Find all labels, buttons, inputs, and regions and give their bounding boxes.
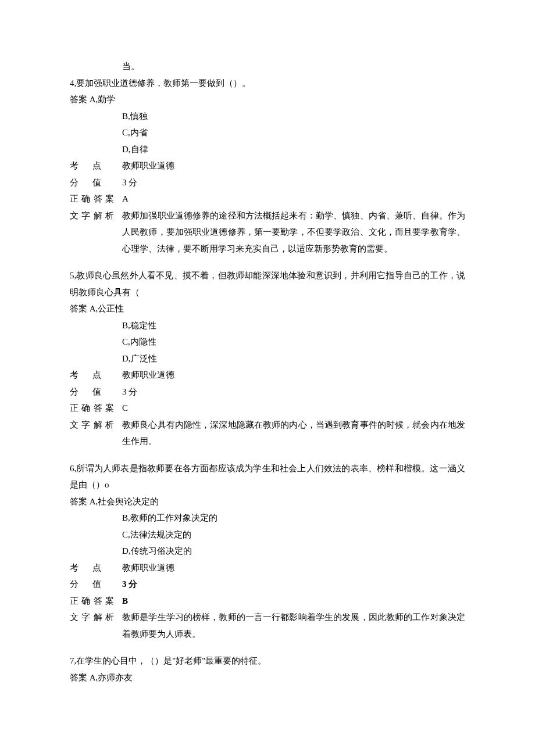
explain-value: 教师良心具有内隐性，深深地隐藏在教师的内心，当遇到教育事件的时候，就会内在地发生… <box>122 417 465 450</box>
option-c: C,内隐性 <box>122 334 465 350</box>
score-label: 分值 <box>70 384 122 400</box>
option-d: D,自律 <box>122 141 465 158</box>
answer-a: 答案 A,亦师亦友 <box>70 669 465 686</box>
correct-label: 正确答案 <box>70 593 122 610</box>
explain-label: 文字解析 <box>70 609 122 626</box>
option-d: D,传统习俗决定的 <box>122 543 465 560</box>
question-stem: 4,要加强职业道德修养，教师第一要做到（）。 <box>70 75 465 92</box>
kaodian-value: 教师职业道德 <box>122 560 465 576</box>
question-stem: 6,所谓为人师表是指教师要在各方面都应该成为学生和社会上人们效法的表率、榜样和楷… <box>70 460 465 493</box>
previous-trailing-text: 当。 <box>122 58 465 75</box>
answer-a: 答案 A,勤学 <box>70 91 465 108</box>
kaodian-label: 考点 <box>70 157 122 174</box>
correct-value: C <box>122 400 465 417</box>
question-6: 6,所谓为人师表是指教师要在各方面都应该成为学生和社会上人们效法的表率、榜样和楷… <box>70 460 465 643</box>
question-7: 7,在学生的心目中，（）是"好老师"最重要的特征。 答案 A,亦师亦友 <box>70 653 465 686</box>
answer-a: 答案 A,社会舆论决定的 <box>70 493 465 510</box>
explain-value: 教师加强职业道德修养的途径和方法概括起来有：勤学、慎独、内省、兼听、自律。作为人… <box>122 207 465 257</box>
correct-value: B <box>122 593 465 610</box>
option-b: B,稳定性 <box>122 317 465 334</box>
score-value: 3 分 <box>122 384 465 400</box>
explain-value: 教师是学生学习的榜样，教师的一言一行都影响着学生的发展，因此教师的工作对象决定着… <box>122 609 465 642</box>
question-4: 4,要加强职业道德修养，教师第一要做到（）。 答案 A,勤学 B,慎独 C,内省… <box>70 75 465 257</box>
answer-a: 答案 A,公正性 <box>70 300 465 317</box>
option-c: C,内省 <box>122 124 465 141</box>
correct-label: 正确答案 <box>70 191 122 207</box>
question-stem: 7,在学生的心目中，（）是"好老师"最重要的特征。 <box>70 653 465 669</box>
score-value: 3 分 <box>122 174 465 191</box>
explain-label: 文字解析 <box>70 207 122 224</box>
correct-label: 正确答案 <box>70 400 122 417</box>
question-5: 5,教师良心虽然外人看不见、摸不着，但教师却能深深地体验和意识到，并利用它指导自… <box>70 267 465 450</box>
kaodian-label: 考点 <box>70 560 122 576</box>
kaodian-value: 教师职业道德 <box>122 157 465 174</box>
correct-value: A <box>122 191 465 207</box>
kaodian-label: 考点 <box>70 367 122 384</box>
option-b: B,慎独 <box>122 108 465 125</box>
option-b: B,教师的工作对象决定的 <box>122 510 465 526</box>
question-stem: 5,教师良心虽然外人看不见、摸不着，但教师却能深深地体验和意识到，并利用它指导自… <box>70 267 465 300</box>
explain-label: 文字解析 <box>70 417 122 433</box>
score-value: 3 分 <box>122 576 465 593</box>
score-label: 分值 <box>70 174 122 191</box>
option-d: D,广泛性 <box>122 350 465 367</box>
score-label: 分值 <box>70 576 122 593</box>
option-c: C,法律法规决定的 <box>122 526 465 543</box>
kaodian-value: 教师职业道德 <box>122 367 465 384</box>
